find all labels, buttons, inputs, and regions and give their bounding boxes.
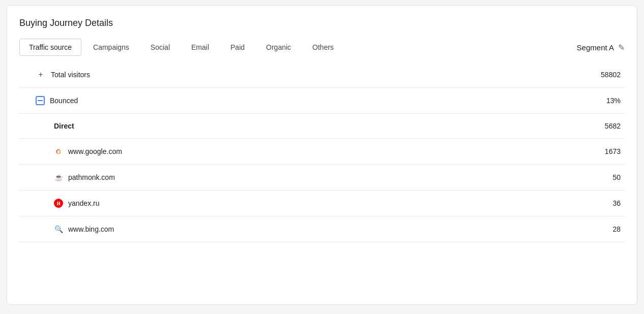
tab-campaigns[interactable]: Campaigns bbox=[83, 39, 139, 56]
buying-journey-card: Buying Journey Details Traffic source Ca… bbox=[7, 5, 637, 305]
tab-organic[interactable]: Organic bbox=[256, 39, 301, 56]
row-bounced: Bounced bbox=[23, 96, 593, 105]
bounced-label: Bounced bbox=[50, 97, 78, 105]
pathmonk-label: pathmonk.com bbox=[68, 173, 115, 181]
tab-paid[interactable]: Paid bbox=[221, 39, 254, 56]
table-row: G www.google.com 1673 bbox=[19, 139, 625, 165]
table-row: Bounced 13% bbox=[19, 88, 625, 114]
expand-icon[interactable]: + bbox=[36, 70, 46, 79]
bing-label: www.bing.com bbox=[68, 225, 114, 233]
row-bing: 🔍 www.bing.com bbox=[23, 225, 593, 234]
segment-name: Segment A bbox=[577, 43, 614, 52]
data-table: + Total visitors 58802 Bounced 13% bbox=[19, 62, 625, 242]
tab-traffic-source[interactable]: Traffic source bbox=[19, 39, 81, 56]
segment-label: Segment A ✎ bbox=[577, 43, 625, 52]
row-total-visitors: + Total visitors bbox=[23, 70, 593, 79]
google-icon: G bbox=[54, 147, 63, 156]
yandex-value: 36 bbox=[597, 191, 625, 216]
card-title: Buying Journey Details bbox=[19, 18, 625, 28]
table-row: ☕ pathmonk.com 50 bbox=[19, 165, 625, 191]
tab-social[interactable]: Social bbox=[141, 39, 180, 56]
google-value: 1673 bbox=[597, 139, 625, 165]
bing-value: 28 bbox=[597, 216, 625, 242]
collapse-icon[interactable] bbox=[36, 96, 45, 105]
row-direct: Direct bbox=[23, 122, 593, 130]
row-yandex: Я yandex.ru bbox=[23, 199, 593, 208]
total-visitors-label: Total visitors bbox=[51, 71, 90, 79]
tab-email[interactable]: Email bbox=[182, 39, 219, 56]
direct-label: Direct bbox=[54, 122, 74, 130]
row-google: G www.google.com bbox=[23, 147, 593, 156]
bounced-value: 13% bbox=[597, 88, 625, 114]
google-label: www.google.com bbox=[68, 147, 122, 155]
bing-icon: 🔍 bbox=[54, 225, 63, 234]
row-pathmonk: ☕ pathmonk.com bbox=[23, 173, 593, 182]
total-visitors-value: 58802 bbox=[597, 62, 625, 88]
pathmonk-icon: ☕ bbox=[54, 173, 63, 182]
yandex-icon: Я bbox=[54, 199, 63, 208]
yandex-label: yandex.ru bbox=[68, 199, 99, 207]
table-row: Direct 5682 bbox=[19, 114, 625, 139]
tab-others[interactable]: Others bbox=[303, 39, 343, 56]
direct-value: 5682 bbox=[597, 114, 625, 139]
table-row: + Total visitors 58802 bbox=[19, 62, 625, 88]
table-row: Я yandex.ru 36 bbox=[19, 191, 625, 216]
tab-bar: Traffic source Campaigns Social Email Pa… bbox=[19, 39, 343, 56]
header-row: Traffic source Campaigns Social Email Pa… bbox=[19, 39, 625, 56]
table-row: 🔍 www.bing.com 28 bbox=[19, 216, 625, 242]
edit-icon[interactable]: ✎ bbox=[618, 43, 625, 52]
pathmonk-value: 50 bbox=[597, 165, 625, 191]
